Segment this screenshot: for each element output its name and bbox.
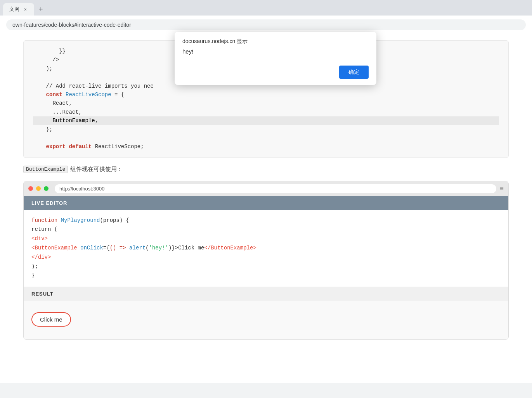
code-line: ...React, [33,108,499,116]
result-header: RESULT [24,287,508,301]
dialog-message: hey! [175,47,376,62]
live-editor-header: LIVE EDITOR [24,196,508,210]
mockup-bar: http://localhost:3000 ≡ [24,181,508,196]
live-editor-code[interactable]: function MyPlayground(props) { return ( … [24,210,508,287]
code-line: export default ReactLiveScope; [33,142,499,151]
menu-icon: ≡ [499,185,504,193]
inline-code: ButtonExample [23,166,68,173]
mock-address: http://localhost:3000 [55,184,496,193]
component-description: ButtonExample 组件现在可供使用： [23,166,509,173]
browser-mockup: http://localhost:3000 ≡ LIVE EDITOR func… [23,181,509,340]
new-tab-button[interactable]: + [36,4,46,15]
page-content: }} /> ); // Add react-live imports you n… [0,34,532,383]
click-me-button[interactable]: Click me [31,312,71,327]
code-line: function MyPlayground(props) { [31,216,501,225]
code-line: </div> [31,253,501,262]
result-area: Click me [24,301,508,339]
code-line: React, [33,99,499,107]
dialog-origin: docusaurus.nodejs.cn 显示 [175,32,376,47]
component-desc-text: 组件现在可供使用： [70,166,123,173]
code-content: function MyPlayground(props) { return ( … [31,216,501,281]
dialog-confirm-button[interactable]: 确定 [339,66,369,79]
dot-yellow [36,186,41,191]
address-input[interactable] [6,19,526,30]
code-line: } [31,271,501,280]
code-line: <div> [31,234,501,244]
tab-close-button[interactable]: ✕ [23,7,28,12]
browser-chrome: 文网 ✕ + [0,0,532,34]
dot-green [44,186,49,191]
code-line: <ButtonExample onClick={() => alert('hey… [31,244,501,253]
code-line-highlighted: ButtonExample, [33,116,499,125]
code-line: ); [31,262,501,272]
code-line: return ( [31,225,501,234]
code-line: }; [33,125,499,134]
tab-title: 文网 [9,6,19,13]
address-bar [0,16,532,34]
alert-dialog: docusaurus.nodejs.cn 显示 hey! 确定 [175,32,376,85]
browser-tab[interactable]: 文网 ✕ [3,3,34,16]
code-line [33,134,499,142]
code-line: const ReactLiveScope = { [33,90,499,99]
tab-bar: 文网 ✕ + [0,0,532,16]
dot-red [28,186,33,191]
dialog-footer: 确定 [175,62,376,85]
